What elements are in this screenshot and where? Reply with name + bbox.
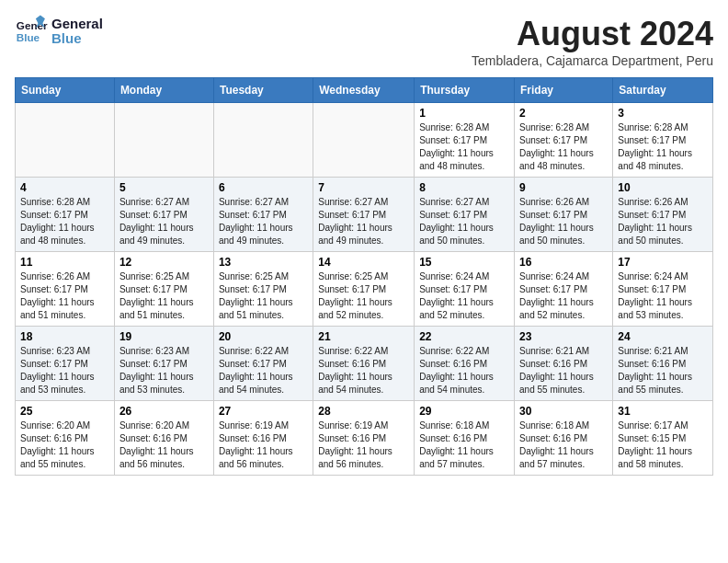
calendar-cell: 7Sunrise: 6:27 AM Sunset: 6:17 PM Daylig…: [313, 178, 415, 252]
calendar-week-row: 1Sunrise: 6:28 AM Sunset: 6:17 PM Daylig…: [16, 103, 713, 178]
day-info: Sunrise: 6:25 AM Sunset: 6:17 PM Dayligh…: [219, 270, 308, 322]
day-info: Sunrise: 6:28 AM Sunset: 6:17 PM Dayligh…: [20, 196, 109, 247]
calendar-cell: 13Sunrise: 6:25 AM Sunset: 6:17 PM Dayli…: [213, 252, 313, 327]
day-info: Sunrise: 6:28 AM Sunset: 6:17 PM Dayligh…: [519, 121, 608, 173]
calendar-cell: 3Sunrise: 6:28 AM Sunset: 6:17 PM Daylig…: [613, 103, 713, 178]
day-info: Sunrise: 6:21 AM Sunset: 6:16 PM Dayligh…: [519, 345, 608, 396]
calendar-cell: 5Sunrise: 6:27 AM Sunset: 6:17 PM Daylig…: [114, 178, 213, 252]
day-info: Sunrise: 6:25 AM Sunset: 6:17 PM Dayligh…: [119, 270, 209, 322]
calendar-header-row: SundayMondayTuesdayWednesdayThursdayFrid…: [16, 78, 713, 103]
calendar-week-row: 25Sunrise: 6:20 AM Sunset: 6:16 PM Dayli…: [16, 401, 713, 476]
logo-line1: General: [51, 17, 103, 32]
calendar-cell: 1Sunrise: 6:28 AM Sunset: 6:17 PM Daylig…: [415, 103, 515, 178]
day-info: Sunrise: 6:22 AM Sunset: 6:17 PM Dayligh…: [219, 345, 308, 396]
day-info: Sunrise: 6:26 AM Sunset: 6:17 PM Dayligh…: [618, 196, 708, 247]
day-number: 13: [219, 256, 308, 269]
calendar-week-row: 11Sunrise: 6:26 AM Sunset: 6:17 PM Dayli…: [16, 252, 713, 327]
day-number: 11: [20, 256, 109, 269]
day-info: Sunrise: 6:24 AM Sunset: 6:17 PM Dayligh…: [618, 270, 708, 322]
subtitle: Tembladera, Cajamarca Department, Peru: [472, 53, 713, 68]
logo: General Blue General Blue: [15, 15, 103, 48]
day-number: 2: [519, 107, 608, 120]
column-header-friday: Friday: [515, 78, 613, 103]
svg-text:Blue: Blue: [17, 31, 40, 43]
column-header-thursday: Thursday: [415, 78, 515, 103]
calendar-cell: 20Sunrise: 6:22 AM Sunset: 6:17 PM Dayli…: [213, 327, 313, 401]
calendar-cell: [313, 103, 415, 178]
day-number: 20: [219, 330, 308, 343]
day-number: 25: [20, 405, 109, 418]
header: General Blue General Blue August 2024 Te…: [15, 15, 713, 68]
day-number: 9: [519, 181, 608, 194]
day-info: Sunrise: 6:27 AM Sunset: 6:17 PM Dayligh…: [219, 196, 308, 247]
day-number: 18: [20, 330, 109, 343]
day-info: Sunrise: 6:27 AM Sunset: 6:17 PM Dayligh…: [119, 196, 209, 247]
title-area: August 2024 Tembladera, Cajamarca Depart…: [472, 15, 713, 68]
day-info: Sunrise: 6:23 AM Sunset: 6:17 PM Dayligh…: [20, 345, 109, 396]
day-number: 30: [519, 405, 608, 418]
calendar-table: SundayMondayTuesdayWednesdayThursdayFrid…: [15, 77, 713, 476]
calendar-week-row: 4Sunrise: 6:28 AM Sunset: 6:17 PM Daylig…: [16, 178, 713, 252]
calendar-cell: 28Sunrise: 6:19 AM Sunset: 6:16 PM Dayli…: [313, 401, 415, 476]
calendar-cell: 23Sunrise: 6:21 AM Sunset: 6:16 PM Dayli…: [515, 327, 613, 401]
day-number: 7: [318, 181, 409, 194]
day-number: 14: [318, 256, 409, 269]
day-info: Sunrise: 6:17 AM Sunset: 6:15 PM Dayligh…: [618, 419, 708, 471]
day-info: Sunrise: 6:24 AM Sunset: 6:17 PM Dayligh…: [419, 270, 509, 322]
column-header-wednesday: Wednesday: [313, 78, 415, 103]
day-number: 26: [119, 405, 209, 418]
day-number: 22: [419, 330, 509, 343]
day-info: Sunrise: 6:21 AM Sunset: 6:16 PM Dayligh…: [618, 345, 708, 396]
calendar-cell: 21Sunrise: 6:22 AM Sunset: 6:16 PM Dayli…: [313, 327, 415, 401]
day-number: 3: [618, 107, 708, 120]
day-info: Sunrise: 6:26 AM Sunset: 6:17 PM Dayligh…: [20, 270, 109, 322]
calendar-cell: 31Sunrise: 6:17 AM Sunset: 6:15 PM Dayli…: [613, 401, 713, 476]
day-number: 24: [618, 330, 708, 343]
day-info: Sunrise: 6:24 AM Sunset: 6:17 PM Dayligh…: [519, 270, 608, 322]
day-info: Sunrise: 6:28 AM Sunset: 6:17 PM Dayligh…: [419, 121, 509, 173]
calendar-week-row: 18Sunrise: 6:23 AM Sunset: 6:17 PM Dayli…: [16, 327, 713, 401]
day-info: Sunrise: 6:27 AM Sunset: 6:17 PM Dayligh…: [318, 196, 409, 247]
day-info: Sunrise: 6:18 AM Sunset: 6:16 PM Dayligh…: [419, 419, 509, 471]
calendar-cell: 29Sunrise: 6:18 AM Sunset: 6:16 PM Dayli…: [415, 401, 515, 476]
column-header-monday: Monday: [114, 78, 213, 103]
calendar-cell: 15Sunrise: 6:24 AM Sunset: 6:17 PM Dayli…: [415, 252, 515, 327]
calendar-cell: 24Sunrise: 6:21 AM Sunset: 6:16 PM Dayli…: [613, 327, 713, 401]
calendar-cell: 8Sunrise: 6:27 AM Sunset: 6:17 PM Daylig…: [415, 178, 515, 252]
day-number: 1: [419, 107, 509, 120]
calendar-cell: 11Sunrise: 6:26 AM Sunset: 6:17 PM Dayli…: [16, 252, 115, 327]
column-header-saturday: Saturday: [613, 78, 713, 103]
calendar-cell: 18Sunrise: 6:23 AM Sunset: 6:17 PM Dayli…: [16, 327, 115, 401]
calendar-cell: [16, 103, 115, 178]
calendar-cell: 27Sunrise: 6:19 AM Sunset: 6:16 PM Dayli…: [213, 401, 313, 476]
day-number: 29: [419, 405, 509, 418]
day-number: 31: [618, 405, 708, 418]
day-info: Sunrise: 6:22 AM Sunset: 6:16 PM Dayligh…: [318, 345, 409, 396]
day-info: Sunrise: 6:23 AM Sunset: 6:17 PM Dayligh…: [119, 345, 209, 396]
day-info: Sunrise: 6:25 AM Sunset: 6:17 PM Dayligh…: [318, 270, 409, 322]
calendar-cell: 17Sunrise: 6:24 AM Sunset: 6:17 PM Dayli…: [613, 252, 713, 327]
day-number: 27: [219, 405, 308, 418]
main-title: August 2024: [472, 15, 713, 53]
day-info: Sunrise: 6:27 AM Sunset: 6:17 PM Dayligh…: [419, 196, 509, 247]
logo-icon: General Blue: [15, 15, 48, 48]
day-number: 10: [618, 181, 708, 194]
day-number: 17: [618, 256, 708, 269]
day-number: 16: [519, 256, 608, 269]
day-info: Sunrise: 6:20 AM Sunset: 6:16 PM Dayligh…: [20, 419, 109, 471]
day-number: 19: [119, 330, 209, 343]
calendar-cell: 16Sunrise: 6:24 AM Sunset: 6:17 PM Dayli…: [515, 252, 613, 327]
calendar-cell: 19Sunrise: 6:23 AM Sunset: 6:17 PM Dayli…: [114, 327, 213, 401]
calendar-cell: 22Sunrise: 6:22 AM Sunset: 6:16 PM Dayli…: [415, 327, 515, 401]
calendar-cell: 9Sunrise: 6:26 AM Sunset: 6:17 PM Daylig…: [515, 178, 613, 252]
day-info: Sunrise: 6:18 AM Sunset: 6:16 PM Dayligh…: [519, 419, 608, 471]
calendar-cell: 12Sunrise: 6:25 AM Sunset: 6:17 PM Dayli…: [114, 252, 213, 327]
calendar-cell: 2Sunrise: 6:28 AM Sunset: 6:17 PM Daylig…: [515, 103, 613, 178]
column-header-tuesday: Tuesday: [213, 78, 313, 103]
day-number: 6: [219, 181, 308, 194]
day-number: 4: [20, 181, 109, 194]
day-number: 8: [419, 181, 509, 194]
calendar-cell: [213, 103, 313, 178]
day-number: 15: [419, 256, 509, 269]
calendar-cell: 4Sunrise: 6:28 AM Sunset: 6:17 PM Daylig…: [16, 178, 115, 252]
